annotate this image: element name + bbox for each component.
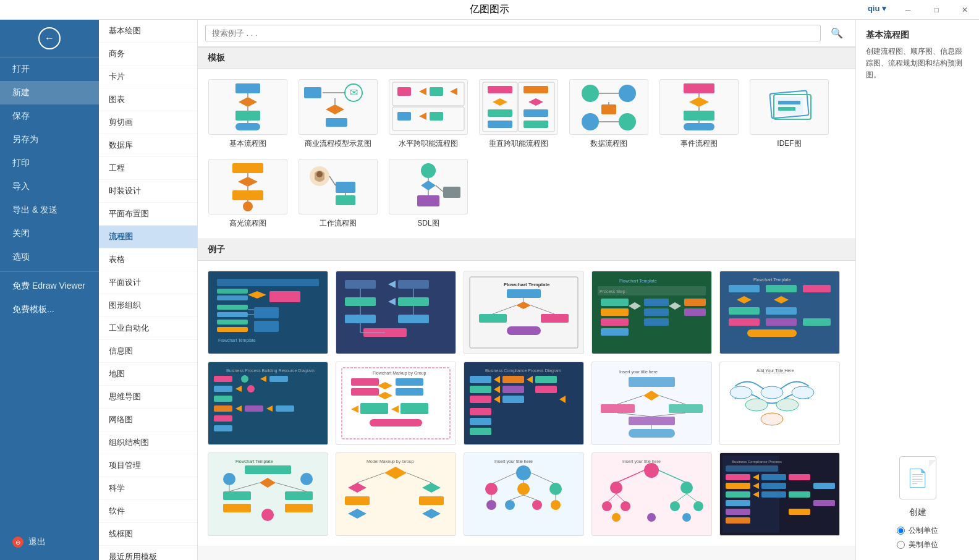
template-horizontal-swimlane[interactable]: 水平跨职能流程图 [388, 79, 468, 149]
sidebar-item-freetemplates[interactable]: 免费模板... [0, 298, 99, 321]
template-work-flowchart[interactable]: 工作流程图 [298, 159, 378, 229]
category-engineering[interactable]: 工程 [99, 157, 197, 180]
search-input[interactable] [205, 25, 821, 41]
svg-rect-7 [304, 87, 321, 98]
search-button[interactable]: 🔍 [826, 25, 848, 41]
example-card-13[interactable]: Insert your title here [464, 452, 584, 536]
example-card-11[interactable]: Flowchart Template [208, 452, 328, 536]
close-window-button[interactable]: ✕ [951, 0, 979, 20]
back-circle-icon[interactable]: ← [38, 27, 61, 49]
category-orgchart[interactable]: 组织结构图 [99, 431, 197, 454]
template-vertical-swimlane[interactable]: 垂直跨职能流程图 [478, 79, 559, 149]
template-basic-flowchart[interactable]: 基本流程图 [208, 79, 288, 149]
template-idef[interactable]: IDEF图 [749, 79, 829, 149]
create-button[interactable]: 创建 [909, 507, 926, 518]
svg-rect-22 [430, 112, 443, 121]
minimize-button[interactable]: ─ [894, 0, 922, 20]
template-business-flowchart[interactable]: ✉ 商业流程模型示意图 [298, 79, 378, 149]
example-card-9[interactable]: Insert your title here [591, 362, 712, 445]
imperial-radio-input[interactable] [897, 541, 905, 549]
template-data-flow[interactable]: 数据流程图 [569, 79, 649, 149]
example-card-7[interactable]: Flowchart Markup by Group [336, 362, 456, 445]
category-fashion[interactable]: 时装设计 [99, 180, 197, 203]
maximize-button[interactable]: □ [922, 0, 951, 20]
user-name[interactable]: qiu ▾ [868, 4, 886, 13]
sidebar-item-close[interactable]: 关闭 [0, 222, 99, 245]
example-card-6[interactable]: Business Process Building Resource Diagr… [208, 362, 328, 445]
svg-rect-82 [217, 327, 248, 332]
example-card-10[interactable]: Add Your Title Here cloud diagram [719, 362, 840, 445]
imperial-unit-radio[interactable]: 美制单位 [897, 540, 938, 550]
sidebar-item-new[interactable]: 新建 [0, 81, 99, 104]
template-label-basic: 基本流程图 [229, 138, 266, 149]
sidebar-item-edrawviewer[interactable]: 免费 Edraw Viewer [0, 274, 99, 298]
sidebar-item-saveas[interactable]: 另存为 [0, 128, 99, 151]
template-thumb-vertical [479, 79, 558, 135]
svg-rect-190 [470, 418, 491, 425]
sidebar-item-open[interactable]: 打开 [0, 57, 99, 81]
example-card-12[interactable]: Model Makeup by Group [336, 452, 456, 536]
metric-unit-radio[interactable]: 公制单位 [897, 525, 938, 536]
template-thumb-dataflow [569, 79, 648, 135]
category-industrial[interactable]: 工业自动化 [99, 317, 197, 340]
example-card-1[interactable]: Flowchart Template [208, 271, 328, 354]
template-sdl[interactable]: SDL图 [388, 159, 468, 229]
category-mindmap[interactable]: 思维导图 [99, 386, 197, 409]
example-card-14[interactable]: Insert your title here [591, 452, 712, 536]
svg-rect-2 [235, 111, 260, 121]
category-science[interactable]: 科学 [99, 477, 197, 500]
template-highlight-flowchart[interactable]: 高光流程图 [208, 159, 288, 229]
category-flatdesign[interactable]: 平面设计 [99, 271, 197, 294]
sidebar-item-options[interactable]: 选项 [0, 245, 99, 269]
category-wireframe[interactable]: 线框图 [99, 523, 197, 546]
example-card-3[interactable]: Flowchart Template [464, 271, 584, 354]
category-map[interactable]: 地图 [99, 363, 197, 386]
svg-rect-107 [507, 289, 541, 298]
sidebar-item-export[interactable]: 导出 & 发送 [0, 198, 99, 222]
category-card[interactable]: 卡片 [99, 66, 197, 88]
template-label-idef: IDEF图 [777, 138, 801, 149]
category-network[interactable]: 网络图 [99, 409, 197, 431]
template-event-flow[interactable]: 事件流程图 [659, 79, 739, 149]
category-project[interactable]: 项目管理 [99, 454, 197, 477]
svg-marker-21 [419, 112, 426, 120]
category-chart[interactable]: 图表 [99, 88, 197, 111]
exit-label: 退出 [28, 537, 46, 548]
basic-flowchart-icon [211, 81, 285, 133]
category-clip[interactable]: 剪切画 [99, 111, 197, 134]
svg-rect-111 [507, 326, 541, 335]
example-card-8[interactable]: Business Compliance Process Diagram [464, 362, 584, 445]
svg-point-273 [682, 513, 691, 522]
sidebar-item-print[interactable]: 打印 [0, 151, 99, 175]
svg-rect-140 [766, 318, 797, 326]
sidebar-item-save[interactable]: 保存 [0, 104, 99, 128]
sidebar-item-import[interactable]: 导入 [0, 175, 99, 198]
example-card-2[interactable] [336, 271, 456, 354]
example-card-15[interactable]: Business Compliance Process [719, 452, 840, 536]
category-basic[interactable]: 基本绘图 [99, 20, 197, 43]
example-card-5[interactable]: Flowchart Template [719, 271, 840, 354]
example-card-4[interactable]: Flowchart Template Process Step [591, 271, 712, 354]
back-button[interactable]: ← [0, 20, 99, 57]
svg-rect-163 [351, 378, 379, 386]
category-recent[interactable]: 最近所用模板 [99, 546, 197, 560]
category-infographic[interactable]: 信息图 [99, 340, 197, 363]
sidebar-item-exit[interactable]: ⊖ 退出 [0, 530, 99, 560]
category-graphic[interactable]: 图形组织 [99, 294, 197, 317]
category-software[interactable]: 软件 [99, 500, 197, 523]
category-flowchart[interactable]: 流程图 [99, 226, 197, 248]
templates-scroll[interactable]: 模板 [198, 47, 855, 560]
unit-radio-group: 公制单位 美制单位 [897, 525, 938, 550]
svg-marker-19 [450, 88, 457, 95]
category-database[interactable]: 数据库 [99, 134, 197, 157]
template-label-sdl: SDL图 [417, 218, 439, 229]
svg-rect-91 [398, 280, 429, 289]
templates-section-header: 模板 [198, 47, 855, 69]
category-business[interactable]: 商务 [99, 43, 197, 66]
template-thumb-work [299, 159, 378, 214]
category-floorplan[interactable]: 平面布置图 [99, 203, 197, 226]
metric-radio-input[interactable] [897, 527, 905, 535]
svg-rect-191 [470, 428, 491, 435]
category-table[interactable]: 表格 [99, 248, 197, 271]
main-panel: 🔍 模板 [198, 20, 855, 560]
